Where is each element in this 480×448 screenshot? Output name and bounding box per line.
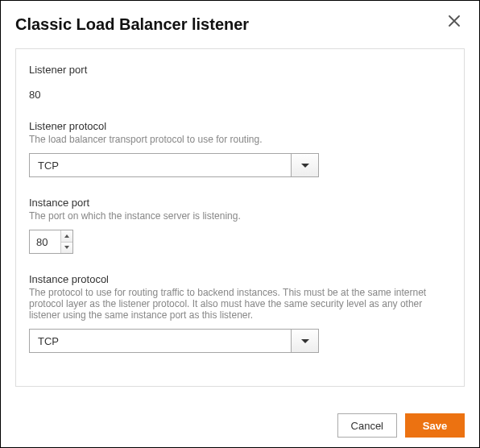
listener-protocol-section: Listener protocol The load balancer tran…: [29, 120, 451, 177]
instance-port-value[interactable]: 80: [30, 230, 60, 253]
caret-down-icon: [64, 246, 69, 249]
listener-protocol-description: The load balancer transport protocol to …: [29, 134, 451, 145]
instance-protocol-section: Instance protocol The protocol to use fo…: [29, 273, 451, 353]
instance-port-description: The port on which the instance server is…: [29, 210, 451, 222]
listener-port-value: 80: [29, 89, 451, 101]
instance-protocol-description: The protocol to use for routing traffic …: [29, 287, 451, 321]
stepper-down-button[interactable]: [61, 243, 72, 254]
cancel-button[interactable]: Cancel: [337, 413, 397, 438]
listener-protocol-select[interactable]: TCP: [29, 153, 319, 177]
listener-protocol-select-trigger[interactable]: [291, 154, 318, 176]
save-button[interactable]: Save: [405, 413, 465, 438]
instance-port-stepper[interactable]: 80: [29, 230, 73, 254]
listener-protocol-label: Listener protocol: [29, 120, 451, 132]
listener-port-section: Listener port 80: [29, 64, 451, 101]
instance-protocol-select-trigger[interactable]: [291, 330, 318, 352]
caret-up-icon: [64, 234, 69, 238]
form-panel: Listener port 80 Listener protocol The l…: [15, 48, 465, 387]
instance-protocol-select[interactable]: TCP: [29, 329, 319, 353]
instance-port-section: Instance port The port on which the inst…: [29, 197, 451, 254]
dialog-title: Classic Load Balancer listener: [15, 15, 249, 34]
caret-down-icon: [301, 339, 309, 343]
caret-down-icon: [301, 164, 309, 168]
stepper-up-button[interactable]: [61, 230, 72, 243]
stepper-arrows: [60, 230, 72, 253]
dialog-header: Classic Load Balancer listener: [15, 15, 465, 34]
listener-protocol-selected-value: TCP: [38, 160, 59, 172]
listener-port-label: Listener port: [29, 64, 451, 76]
instance-port-label: Instance port: [29, 197, 451, 209]
instance-protocol-label: Instance protocol: [29, 273, 451, 285]
close-button[interactable]: [449, 15, 465, 31]
instance-protocol-selected-value: TCP: [38, 335, 59, 347]
close-icon: [449, 15, 460, 27]
dialog-footer: Cancel Save: [337, 413, 465, 438]
